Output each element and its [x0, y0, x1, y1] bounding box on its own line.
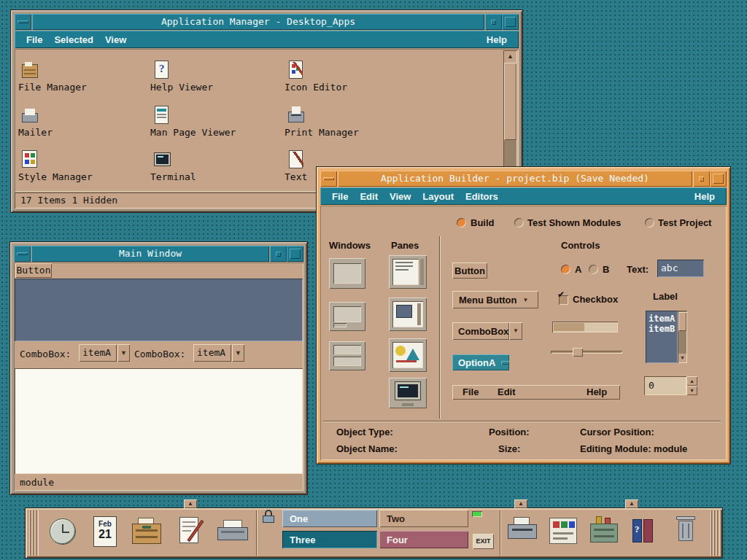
combobox-field[interactable]: itemA [193, 344, 231, 362]
menu-edit[interactable]: Edit [354, 189, 384, 204]
application-manager-titlebar[interactable]: Application Manager - Desktop_Apps [15, 14, 519, 30]
app-icon-print-manager[interactable]: Print Manager [285, 106, 412, 138]
subpanel-arrow-printer[interactable]: ▲ [514, 499, 527, 508]
window-menu-icon [18, 20, 28, 23]
text-note-launcher[interactable] [173, 511, 209, 555]
test-project-radio[interactable] [645, 218, 654, 228]
app-icon-terminal[interactable]: Terminal [150, 150, 278, 182]
trash-launcher[interactable] [667, 511, 704, 555]
minimize-button[interactable] [485, 14, 502, 30]
subpanel-arrow-notes[interactable]: ▲ [184, 499, 197, 508]
workspace-button-three[interactable]: Three [282, 531, 377, 548]
test-shown-modules-label[interactable]: Test Shown Modules [527, 217, 621, 228]
palette-combobox[interactable]: ComboBox [452, 322, 509, 340]
palette-button[interactable]: Button [452, 262, 487, 279]
menu-view[interactable]: View [99, 32, 132, 47]
combobox-field[interactable]: itemA [79, 344, 117, 362]
sample-menu-help[interactable]: Help [587, 386, 607, 397]
spin-up-button[interactable]: ▲ [686, 376, 697, 386]
palette-scale[interactable] [551, 347, 622, 357]
workspace-button-one[interactable]: One [282, 510, 377, 527]
button-widget[interactable]: Button [15, 263, 52, 278]
lock-icon[interactable] [263, 510, 274, 524]
combobox-arrow-button[interactable]: ▼ [509, 322, 522, 340]
minimize-button[interactable] [693, 171, 710, 187]
combobox-arrow-button[interactable]: ▼ [232, 344, 244, 362]
list-scrollbar[interactable]: ▼ [678, 311, 687, 363]
window-custom-dialog-thumbnail[interactable] [329, 302, 365, 331]
palette-list[interactable]: itemA itemB [646, 311, 678, 363]
sample-menu-file[interactable]: File [462, 386, 479, 397]
menu-file[interactable]: File [326, 189, 354, 204]
app-icon-man-page-viewer[interactable]: Man Page Viewer [150, 106, 278, 138]
application-builder-titlebar[interactable]: Application Builder - project.bip (Save … [320, 171, 727, 187]
palette-menu-button[interactable]: Menu Button ▼ [452, 291, 538, 308]
palette-menubar[interactable]: File Edit Help [452, 385, 620, 400]
pane-scrolled-window-thumbnail[interactable] [389, 298, 427, 331]
scale-thumb[interactable] [573, 348, 583, 357]
menu-help[interactable]: Help [481, 32, 513, 47]
clock-launcher[interactable] [44, 511, 81, 555]
application-builder-client: Build Test Shown Modules Test Project Wi… [320, 206, 727, 460]
menu-view[interactable]: View [384, 189, 417, 204]
spin-down-button[interactable]: ▼ [686, 386, 697, 395]
mailer-launcher[interactable] [215, 511, 252, 555]
menu-help[interactable]: Help [689, 189, 721, 204]
combobox-arrow-button[interactable]: ▼ [117, 344, 130, 362]
test-shown-modules-radio[interactable] [514, 218, 524, 228]
radio-a-label[interactable]: A [575, 264, 581, 275]
build-radio-label[interactable]: Build [471, 217, 495, 228]
help-launcher[interactable]: ? [625, 511, 662, 555]
workspace-button-two[interactable]: Two [379, 510, 468, 527]
application-builder-menubar: File Edit View Layout Editors Help [320, 187, 727, 205]
sample-menu-edit[interactable]: Edit [498, 386, 516, 397]
maximize-button[interactable] [502, 14, 519, 30]
applications-launcher[interactable] [586, 511, 622, 555]
printer-launcher[interactable] [504, 511, 541, 555]
text-pane[interactable] [15, 368, 303, 474]
palette-radio-a[interactable] [561, 265, 570, 274]
menu-editors[interactable]: Editors [460, 189, 504, 204]
list-scrollbar-thumb[interactable] [678, 312, 686, 331]
menu-layout[interactable]: Layout [417, 189, 460, 204]
maximize-button[interactable] [710, 171, 727, 187]
palette-spinbox[interactable]: 0 [644, 376, 686, 395]
window-main-thumbnail[interactable] [329, 258, 365, 289]
window-menu-button[interactable] [14, 246, 31, 262]
app-icon-mailer[interactable]: Mailer [18, 106, 146, 138]
app-icon-help-viewer[interactable]: ? Help Viewer [150, 61, 278, 93]
scroll-up-button[interactable]: ▲ [504, 51, 516, 63]
palette-text-field[interactable]: abc [657, 260, 704, 277]
minimize-button[interactable] [270, 246, 287, 262]
minimize-icon [699, 176, 704, 182]
checkbox-label[interactable]: Checkbox [573, 294, 618, 305]
build-radio[interactable] [457, 218, 466, 228]
window-file-dialog-thumbnail[interactable] [329, 341, 365, 370]
app-icon-icon-editor[interactable]: Icon Editor [285, 61, 412, 93]
palette-option-menu[interactable]: OptionA [452, 354, 509, 370]
file-manager-launcher[interactable] [129, 511, 166, 555]
pane-text-thumbnail[interactable] [389, 255, 427, 289]
radio-b-label[interactable]: B [603, 264, 609, 275]
app-icon-file-manager[interactable]: File Manager [18, 61, 146, 93]
window-menu-button[interactable] [320, 171, 337, 187]
window-menu-button[interactable] [15, 14, 31, 30]
calendar-launcher[interactable]: Feb 21 [87, 511, 123, 555]
test-project-label[interactable]: Test Project [658, 217, 711, 228]
workspace-button-four[interactable]: Four [379, 531, 468, 548]
subpanel-arrow-help[interactable]: ▲ [625, 499, 638, 508]
list-scroll-down-button[interactable]: ▼ [678, 354, 686, 362]
list-item[interactable]: itemA [649, 314, 678, 324]
main-window-titlebar[interactable]: Main Window [14, 246, 303, 262]
scrollbar-thumb[interactable] [504, 63, 516, 140]
palette-radio-b[interactable] [589, 265, 598, 274]
pane-terminal-thumbnail[interactable] [389, 378, 427, 408]
list-item[interactable]: itemB [649, 324, 678, 334]
pane-draw-area-thumbnail[interactable] [389, 338, 427, 372]
menu-file[interactable]: File [20, 32, 48, 47]
exit-button[interactable]: EXIT [473, 534, 494, 549]
maximize-button[interactable] [287, 246, 303, 262]
app-icon-style-manager[interactable]: Style Manager [18, 150, 146, 182]
menu-selected[interactable]: Selected [48, 32, 98, 47]
style-manager-launcher[interactable] [545, 511, 581, 555]
